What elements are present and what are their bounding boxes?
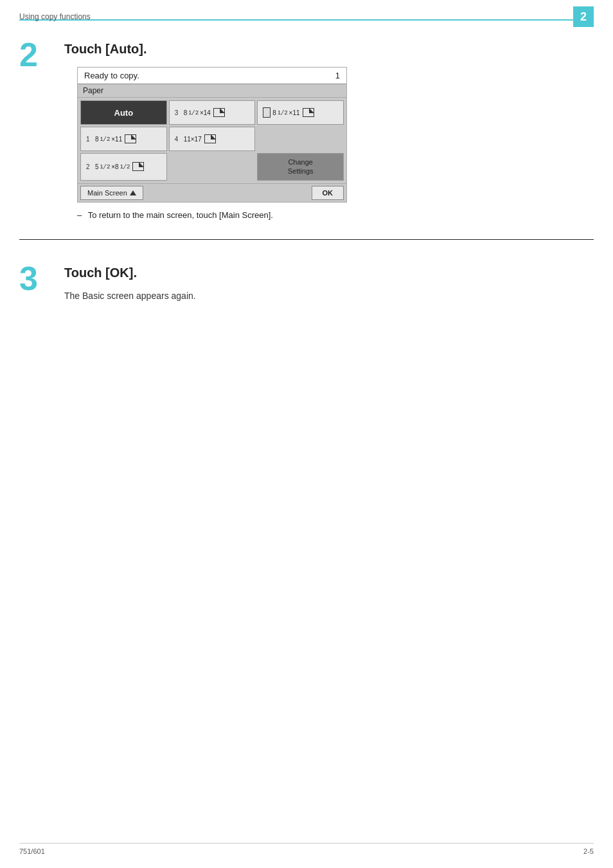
slot-4-size: 11×17 bbox=[184, 134, 216, 143]
feed-icon bbox=[263, 107, 271, 118]
slot-2-num: 2 bbox=[86, 163, 93, 170]
step-3-block: 3 Touch [OK]. The Basic screen appears a… bbox=[19, 253, 594, 301]
copier-paper-bar: Paper bbox=[78, 84, 346, 98]
slot-4-button[interactable]: 4 11×17 bbox=[169, 127, 256, 151]
page-number-badge: 2 bbox=[573, 6, 594, 27]
step-2-block: 2 Touch [Auto]. Ready to copy. 1 Paper bbox=[19, 29, 594, 220]
main-content: 2 Touch [Auto]. Ready to copy. 1 Paper bbox=[19, 29, 594, 320]
change-settings-button[interactable]: ChangeSettings bbox=[257, 153, 344, 181]
copier-panel: Ready to copy. 1 Paper Auto 3 bbox=[77, 67, 347, 203]
slot-4-num: 4 bbox=[175, 136, 181, 143]
ok-button[interactable]: OK bbox=[312, 186, 344, 200]
copier-status-bar: Ready to copy. 1 bbox=[78, 68, 346, 84]
note-dash: – bbox=[77, 210, 82, 220]
slot-3-num: 3 bbox=[175, 109, 181, 116]
footer-left: 751/601 bbox=[19, 847, 45, 855]
page-footer: 751/601 2-5 bbox=[19, 843, 594, 855]
step-2-note: – To return to the main screen, touch [M… bbox=[77, 210, 594, 220]
slot-3-button[interactable]: 3 81⁄2×14 bbox=[169, 100, 256, 125]
arrow-up-icon bbox=[130, 190, 136, 195]
paper-label: Paper bbox=[83, 86, 103, 95]
step-divider bbox=[19, 239, 594, 240]
empty-slot-2 bbox=[169, 153, 256, 181]
auto-button[interactable]: Auto bbox=[80, 100, 167, 125]
empty-slot-1 bbox=[257, 127, 344, 151]
slot-1-num: 1 bbox=[86, 136, 93, 143]
slot-u-size: 81⁄2×11 bbox=[272, 108, 314, 117]
slot-2-size: 51⁄2×81⁄2 bbox=[95, 162, 144, 171]
footer-right: 2-5 bbox=[583, 847, 594, 855]
step-2-title: Touch [Auto]. bbox=[64, 42, 594, 57]
copier-status-text: Ready to copy. bbox=[84, 71, 139, 80]
slot-2-button[interactable]: 2 51⁄2×81⁄2 bbox=[80, 153, 167, 181]
main-screen-button[interactable]: Main Screen bbox=[80, 186, 143, 200]
copier-bottom-bar: Main Screen OK bbox=[78, 183, 346, 202]
note-content: To return to the main screen, touch [Mai… bbox=[88, 210, 273, 220]
slot-1-size: 81⁄2×11 bbox=[95, 134, 136, 143]
auto-label: Auto bbox=[114, 108, 134, 118]
copier-status-num: 1 bbox=[335, 71, 340, 80]
step-3-description: The Basic screen appears again. bbox=[64, 291, 594, 301]
step-2-number: 2 bbox=[19, 38, 58, 71]
step-3-content: Touch [OK]. The Basic screen appears aga… bbox=[64, 266, 594, 301]
main-screen-label: Main Screen bbox=[87, 189, 127, 197]
slot-3-size: 81⁄2×14 bbox=[184, 108, 225, 117]
page-header: Using copy functions 2 bbox=[19, 6, 594, 27]
copier-button-grid: Auto 3 81⁄2×14 81⁄2×11 bbox=[78, 98, 346, 183]
step-3-number: 3 bbox=[19, 262, 58, 295]
step-3-title: Touch [OK]. bbox=[64, 266, 594, 280]
change-settings-label: ChangeSettings bbox=[288, 158, 314, 176]
slot-u-button[interactable]: 81⁄2×11 bbox=[257, 100, 344, 125]
step-2-content: Touch [Auto]. Ready to copy. 1 Paper Aut… bbox=[64, 42, 594, 220]
page-header-title: Using copy functions bbox=[19, 12, 91, 21]
slot-1-button[interactable]: 1 81⁄2×11 bbox=[80, 127, 167, 151]
